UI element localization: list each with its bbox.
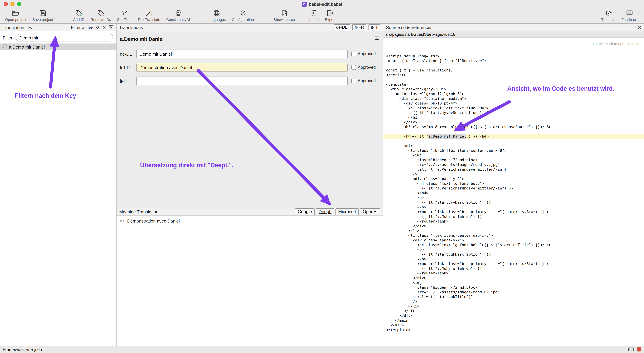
code-line [383,130,644,134]
code-line: {{ $t("a.Mehr erfahren") }} [383,214,644,219]
filter-label: Filter: [3,35,14,40]
translation-input-it-IT[interactable] [136,77,348,85]
approved-checkbox[interactable] [351,79,356,83]
approved-label: Approved [358,79,376,83]
close-window-button[interactable] [4,2,8,6]
panel-title: Translations [119,25,143,30]
mt-engine-google[interactable]: Google [295,208,314,215]
toolbar-label: Remove IDs [90,18,111,22]
filter-funnel-icon [121,9,128,17]
tab-fr-FR[interactable]: fr-FR [352,24,366,30]
babeledit-window: b babel-edit.babel Open project Save pro… [0,0,644,353]
toolbar-label: Add ID [73,18,84,22]
filter-input[interactable] [16,34,114,42]
pre-translate-button[interactable]: Pre-Translate [135,9,163,22]
code-line: </h1> [383,115,644,120]
code-line: </div> [383,224,644,229]
machine-translation-body: ⌘1 Démonstration avec Daniel [116,216,383,346]
mt-engine-deepl[interactable]: DeepL [316,208,334,215]
refresh-icon[interactable]: ⟳ [96,25,100,30]
export-icon [326,9,334,17]
language-label: it-IT [120,78,136,84]
highlighted-translation-key[interactable]: a.Demo mit Daniel [428,134,466,139]
toolbar-label: Import [308,18,319,22]
keyboard-shortcuts-icon[interactable] [628,347,634,352]
toolbar-label: Set Filter [117,18,132,22]
translation-id-item[interactable]: a.Demo mit Daniel [0,44,116,50]
code-line: </div> [383,120,644,125]
mt-engine-openai[interactable]: OpenAI [360,208,380,215]
file-reference-bar[interactable]: src/pages/start/GuestStartPage.vue:18 [383,31,644,38]
remove-ids-button[interactable]: Remove IDs [88,9,114,22]
languages-button[interactable]: Languages [204,9,229,22]
translation-row: de-DE Approved [120,50,380,58]
set-filter-button[interactable]: Set Filter [114,9,135,22]
code-line: <p> [383,196,644,200]
export-button[interactable]: Export [322,9,339,22]
code-line: /> [383,299,644,304]
panel-title: Translation IDs [3,25,32,30]
consistency-ai-button[interactable]: ConsistencyAI [163,9,193,22]
filter-funnel-icon[interactable] [109,25,114,30]
code-line: import { useTranslation } from "i18next-… [383,59,644,63]
language-label: de-DE [120,52,136,57]
window-title: babel-edit.babel [309,2,342,7]
tutorials-button[interactable]: Tutorials [598,9,618,22]
panel-title: Machine Translation [119,209,158,214]
mt-suggestion-row[interactable]: ⌘1 Démonstration avec Daniel [119,218,380,223]
translations-header: Translations de-DE fr-FR it-IT [116,24,383,31]
tab-de-DE[interactable]: de-DE [334,24,350,30]
code-line: </router-link> [383,271,644,276]
code-line: <script setup lang="ts"> [383,54,644,59]
source-references-header: Source code references ✕ [383,24,644,31]
code-line: </div> [383,276,644,280]
source-code[interactable]: <script setup lang="ts">import { useTran… [383,51,644,346]
toolbar-label: Configuration [232,18,254,22]
minimize-window-button[interactable] [10,2,14,6]
code-line: <h3 class="mb-8 text-blue-900">{{ $t("st… [383,125,644,130]
zoom-window-button[interactable] [17,2,21,6]
tab-it-IT[interactable]: it-IT [369,24,380,30]
translation-ids-header: Translation IDs Filter active ⟳ ✕ [0,24,116,31]
feedback-button[interactable]: Feedback [618,9,641,22]
framework-label: Framework: vue-json [3,347,42,352]
source-references-panel: Source code references ✕ src/pages/start… [383,24,644,346]
code-line: {{ $t("a.Mehr erfahren") }} [383,266,644,271]
graduation-cap-icon [604,9,612,17]
code-line: <div class="pb-10 pt-4"> [383,101,644,106]
translation-row: it-IT Approved [120,77,380,85]
import-button[interactable]: Import [305,9,322,22]
translation-input-fr-FR[interactable] [136,63,348,72]
translation-id-list: a.Demo mit Daniel [0,44,116,50]
clear-filter-icon[interactable]: ✕ [102,25,106,30]
approved-checkbox[interactable] [351,52,356,56]
code-line: <img [383,153,644,158]
save-project-button[interactable]: Save project [29,9,56,22]
magic-wand-icon [145,9,153,17]
close-panel-icon[interactable]: ✕ [638,25,641,30]
entry-title: a.Demo mit Daniel [120,36,164,42]
toolbar: Open project Save project Add ID Remove … [0,8,644,24]
toolbar-label: Export [325,18,336,22]
tag-remove-icon [97,9,104,17]
code-line: </h4> [383,191,644,196]
code-line: src="../../assets/images/mood_vv.jpg" [383,163,644,167]
code-line: {{ $t("start.vvDescription") }} [383,200,644,205]
show-source-button[interactable]: Show source [270,9,298,22]
toolbar-label: Open project [5,18,26,22]
translation-input-de-DE[interactable] [136,50,348,58]
code-line: class="hidden h-72 md:block" [383,285,644,290]
comment-note-icon[interactable] [374,36,380,42]
mt-engine-microsoft[interactable]: Microsoft [336,208,358,215]
error-indicator-icon[interactable] [636,347,641,352]
open-project-button[interactable]: Open project [2,9,29,22]
configuration-button[interactable]: Configuration [229,9,257,22]
code-line: <template> [383,82,644,87]
code-line: </div> [383,323,644,328]
code-line: <img [383,280,644,285]
code-line: </li> [383,229,644,233]
code-line: <h1 class="text-left text-blue-900"> [383,106,644,111]
add-id-button[interactable]: Add ID [70,9,88,22]
approved-checkbox[interactable] [351,65,356,70]
panel-title: Source code references [386,25,432,30]
